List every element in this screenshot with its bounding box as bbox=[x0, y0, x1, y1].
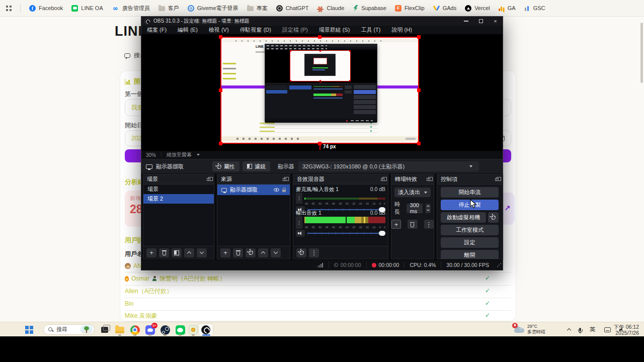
duration-spinner[interactable] bbox=[425, 204, 431, 213]
scrollbar-thumb[interactable] bbox=[640, 23, 643, 83]
bookmark-flexclip[interactable]: FlexClip bbox=[395, 5, 425, 12]
steam-button[interactable] bbox=[159, 324, 171, 335]
zoom-fit-option[interactable]: 縮放至螢幕 bbox=[167, 151, 192, 158]
minimize-button[interactable] bbox=[459, 17, 473, 26]
move-source-down-button[interactable] bbox=[271, 248, 281, 257]
bookmark-facebook[interactable]: Facebook bbox=[29, 5, 63, 12]
popout-icon[interactable] bbox=[427, 178, 430, 181]
start-streaming-button[interactable]: 開始串流 bbox=[441, 187, 499, 198]
menu-view[interactable]: 檢視 (V) bbox=[203, 26, 234, 34]
menu-help[interactable]: 說明 (H) bbox=[386, 26, 417, 34]
mute-button[interactable] bbox=[296, 230, 305, 237]
bookmark-ads-manager[interactable]: 廣告管理員 bbox=[112, 5, 150, 12]
selection-handle[interactable] bbox=[417, 142, 421, 145]
start-button[interactable] bbox=[23, 324, 35, 335]
bookmark-line-oa[interactable]: LINE OA bbox=[71, 5, 103, 12]
taskbar-search[interactable]: 搜尋 bbox=[43, 324, 95, 335]
wallet-app-button[interactable] bbox=[187, 324, 199, 335]
apps-grid-button[interactable] bbox=[6, 6, 12, 11]
microphone-icon[interactable] bbox=[579, 328, 581, 331]
bookmark-chatgpt[interactable]: ChatGPT bbox=[276, 5, 309, 12]
bookmark-gsc[interactable]: GSC bbox=[524, 5, 545, 11]
bookmark-ga[interactable]: GA bbox=[499, 5, 516, 11]
studio-mode-button[interactable]: 工作室模式 bbox=[441, 225, 499, 235]
bookmark-giveme[interactable]: Giveme電子發票 bbox=[188, 5, 238, 12]
exit-button[interactable]: 離開 bbox=[441, 250, 499, 259]
source-properties-button[interactable] bbox=[246, 248, 256, 257]
resize-grip[interactable] bbox=[497, 263, 501, 267]
add-scene-button[interactable]: + bbox=[146, 248, 156, 257]
volume-slider[interactable] bbox=[307, 231, 385, 236]
transition-menu-button[interactable]: ⋮ bbox=[424, 220, 434, 229]
mixer-menu-button[interactable]: ⋮ bbox=[309, 248, 319, 257]
bookmark-gads[interactable]: GAds bbox=[433, 5, 457, 11]
discord-button[interactable]: 9+ bbox=[144, 324, 156, 335]
slider-handle[interactable] bbox=[379, 231, 385, 236]
maximize-button[interactable] bbox=[473, 17, 488, 26]
capture-canvas[interactable]: LINE bbox=[220, 37, 419, 144]
close-button[interactable]: × bbox=[488, 17, 503, 26]
lock-icon[interactable] bbox=[282, 190, 286, 192]
selection-handle[interactable] bbox=[417, 35, 421, 39]
add-source-button[interactable]: + bbox=[220, 248, 230, 257]
remove-transition-button[interactable] bbox=[408, 220, 417, 229]
popout-icon[interactable] bbox=[495, 178, 499, 181]
bookmark-supabase[interactable]: Supabase bbox=[353, 5, 386, 12]
scene-item[interactable]: 場景 bbox=[143, 185, 214, 194]
hidden-icons-chevron[interactable] bbox=[567, 328, 571, 332]
selection-handle[interactable] bbox=[219, 142, 222, 145]
popout-icon[interactable] bbox=[207, 178, 210, 181]
menu-file[interactable]: 檔案 (F) bbox=[141, 26, 172, 34]
file-explorer-button[interactable] bbox=[114, 324, 126, 335]
remove-source-button[interactable] bbox=[233, 248, 243, 257]
virtual-camera-button[interactable]: 啟動虛擬相機 bbox=[441, 212, 486, 223]
channel-menu-button[interactable]: ⋮ bbox=[296, 193, 302, 204]
virtual-camera-settings-button[interactable] bbox=[488, 212, 499, 223]
task-view-button[interactable] bbox=[99, 324, 111, 335]
scene-item-selected[interactable]: 場景 2 bbox=[143, 194, 214, 204]
move-scene-down-button[interactable] bbox=[197, 248, 207, 257]
zoom-level[interactable]: 30% bbox=[146, 152, 156, 158]
duration-input[interactable]: 300 ms bbox=[407, 204, 423, 213]
properties-button[interactable]: 屬性 bbox=[212, 161, 239, 171]
display-select[interactable]: 32G3WG3-: 1920x1080 @ 0,0 (主顯示器) bbox=[298, 161, 479, 171]
move-source-up-button[interactable] bbox=[258, 248, 268, 257]
menu-scene-collection[interactable]: 場景群組 (S) bbox=[313, 26, 356, 34]
transition-select[interactable]: 淡入淡出 bbox=[394, 188, 431, 197]
taskbar-clock[interactable]: 下午 06:12 2025/7/26 bbox=[614, 324, 639, 336]
bookmark-folder-clients[interactable]: 客戶 bbox=[158, 5, 179, 12]
advanced-audio-button[interactable] bbox=[296, 248, 306, 257]
filters-button[interactable]: 濾鏡 bbox=[243, 161, 270, 171]
selection-handle[interactable] bbox=[318, 35, 321, 39]
chevron-down-icon[interactable] bbox=[197, 154, 200, 156]
menu-docks[interactable]: 停駐視窗 (D) bbox=[234, 26, 277, 34]
combo-dropdown-button[interactable] bbox=[467, 161, 475, 171]
slider-handle[interactable] bbox=[379, 207, 385, 212]
move-scene-up-button[interactable] bbox=[184, 248, 194, 257]
popout-icon[interactable] bbox=[283, 178, 286, 181]
scene-filters-button[interactable] bbox=[172, 248, 182, 257]
selection-handle[interactable] bbox=[318, 142, 321, 145]
bookmark-folder-projects[interactable]: 專案 bbox=[247, 5, 268, 12]
settings-button[interactable]: 設定 bbox=[441, 237, 499, 248]
selection-handle[interactable] bbox=[219, 35, 222, 39]
touch-keyboard-icon[interactable] bbox=[604, 327, 611, 332]
line-app-button[interactable] bbox=[174, 324, 186, 335]
bookmark-claude[interactable]: Claude bbox=[317, 5, 344, 11]
source-item-selected[interactable]: 顯示器擷取 bbox=[217, 185, 290, 195]
menu-edit[interactable]: 編輯 (E) bbox=[172, 26, 203, 34]
selection-handle[interactable] bbox=[219, 88, 222, 92]
selection-handle[interactable] bbox=[417, 88, 421, 92]
remove-scene-button[interactable] bbox=[159, 248, 169, 257]
add-transition-button[interactable]: + bbox=[391, 220, 401, 229]
page-scrollbar[interactable] bbox=[640, 19, 643, 319]
menu-tools[interactable]: 工具 (T) bbox=[355, 26, 386, 34]
obs-taskbar-button[interactable] bbox=[198, 323, 213, 336]
obs-titlebar[interactable]: OBS 31.0.3 - 設定檔: 無標題 - 場景: 無標題 × bbox=[141, 17, 503, 26]
taskbar-weather[interactable]: 29°C多雲時晴 bbox=[514, 324, 545, 335]
bookmark-vercel[interactable]: Vercel bbox=[465, 5, 490, 12]
chrome-button[interactable] bbox=[129, 324, 141, 335]
channel-menu-button[interactable]: ⋮ bbox=[296, 216, 302, 229]
ime-indicator[interactable]: 英 bbox=[590, 326, 596, 333]
popout-icon[interactable] bbox=[381, 178, 384, 181]
